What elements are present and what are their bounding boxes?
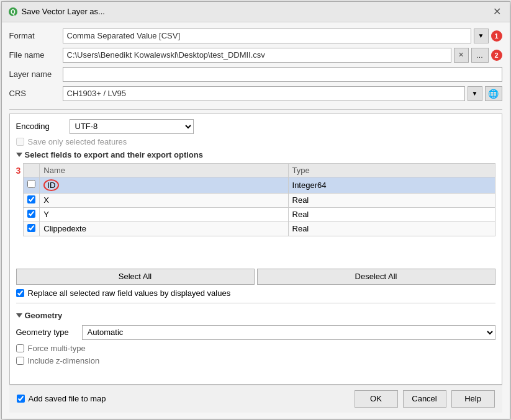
svg-text:Q: Q	[11, 9, 16, 16]
layername-input-wrap	[63, 67, 502, 82]
field-checkbox[interactable]	[27, 195, 35, 203]
filename-input[interactable]	[63, 48, 451, 63]
field-type-cell: Integer64	[288, 177, 495, 193]
crs-row: CRS ▼ 🌐	[9, 86, 502, 101]
ok-button[interactable]: OK	[355, 390, 398, 408]
include-dim-row: Include z-dimension	[16, 356, 495, 365]
fields-section-header: Select fields to export and their export…	[16, 150, 495, 159]
field-name-cell: Clippedexte	[40, 221, 288, 236]
field-name-cell: Y	[40, 207, 288, 221]
geometry-section: Geometry Geometry type Automatic Force m…	[16, 308, 495, 371]
geometry-type-label: Geometry type	[16, 328, 78, 337]
save-vector-dialog: Q Save Vector Layer as... ✕ Format ▼ 1 F…	[1, 1, 510, 419]
field-checkbox-cell	[24, 193, 40, 207]
filename-row: File name ✕ … 2	[9, 48, 502, 63]
force-multi-label: Force multi-type	[28, 344, 86, 353]
geometry-header-text: Geometry	[25, 311, 63, 320]
crs-dropdown-btn[interactable]: ▼	[468, 86, 482, 101]
table-row: IDInteger64	[24, 177, 495, 193]
geometry-type-select[interactable]: Automatic	[82, 325, 495, 340]
badge-2: 2	[491, 50, 502, 61]
geometry-type-row: Geometry type Automatic	[16, 325, 495, 340]
scrollable-section: Encoding UTF-8 Save only selected featur…	[9, 114, 502, 385]
include-dim-label: Include z-dimension	[28, 356, 100, 365]
crs-label: CRS	[9, 89, 59, 98]
fields-header-text: Select fields to export and their export…	[25, 150, 204, 159]
filename-browse-btn[interactable]: …	[471, 48, 489, 63]
save-only-row: Save only selected features	[16, 137, 495, 146]
fields-table-wrap: 3 Name Type IDInteger64XRealYRealClippe	[16, 163, 495, 240]
add-to-map-checkbox[interactable]	[17, 395, 25, 403]
col-checkbox	[24, 163, 40, 177]
field-checkbox[interactable]	[27, 210, 35, 218]
qgis-icon: Q	[8, 7, 18, 17]
field-checkbox-cell	[24, 207, 40, 221]
deselect-all-button[interactable]: Deselect All	[257, 269, 495, 285]
field-name-cell: X	[40, 193, 288, 207]
bottom-right: OK Cancel Help	[355, 390, 495, 408]
fields-table: Name Type IDInteger64XRealYRealClippedex…	[23, 163, 495, 236]
include-dim-checkbox[interactable]	[16, 357, 24, 365]
dialog-body: Format ▼ 1 File name ✕ … 2 Layer name	[2, 22, 510, 419]
encoding-select[interactable]: UTF-8	[70, 119, 194, 134]
force-multi-row: Force multi-type	[16, 344, 495, 353]
cancel-button[interactable]: Cancel	[403, 390, 446, 408]
col-type-header: Type	[288, 163, 495, 177]
layername-input[interactable]	[63, 67, 502, 82]
save-only-label: Save only selected features	[28, 137, 127, 146]
badge-1: 1	[491, 30, 502, 42]
dialog-title: Save Vector Layer as...	[22, 7, 105, 16]
field-checkbox[interactable]	[27, 224, 35, 232]
format-input-wrap: ▼ 1	[63, 29, 502, 43]
bottom-bar: Add saved file to map OK Cancel Help	[9, 385, 502, 413]
select-buttons-row: Select All Deselect All	[16, 269, 495, 285]
field-type-cell: Real	[288, 207, 495, 221]
layername-label: Layer name	[9, 69, 59, 79]
format-input[interactable]	[63, 29, 471, 43]
fields-collapse-icon[interactable]	[16, 153, 22, 157]
field-checkbox-cell	[24, 177, 40, 193]
help-button[interactable]: Help	[451, 390, 495, 408]
close-button[interactable]: ✕	[491, 6, 504, 18]
format-dropdown-btn[interactable]: ▼	[474, 29, 489, 43]
format-row: Format ▼ 1	[9, 29, 502, 43]
crs-globe-btn[interactable]: 🌐	[485, 86, 502, 101]
force-multi-checkbox[interactable]	[16, 344, 24, 352]
save-only-checkbox[interactable]	[16, 138, 24, 146]
table-row: ClippedexteReal	[24, 221, 495, 236]
format-label: Format	[9, 31, 59, 40]
replace-label: Replace all selected raw field values by…	[28, 288, 231, 298]
add-to-map-label: Add saved file to map	[29, 394, 106, 403]
table-row: YReal	[24, 207, 495, 221]
encoding-label: Encoding	[16, 122, 66, 131]
layername-row: Layer name	[9, 67, 502, 82]
table-row: XReal	[24, 193, 495, 207]
badge-3: 3	[16, 166, 21, 176]
select-all-button[interactable]: Select All	[16, 269, 255, 285]
title-bar: Q Save Vector Layer as... ✕	[2, 2, 510, 22]
replace-checkbox[interactable]	[16, 289, 24, 297]
filename-input-wrap: ✕ … 2	[63, 48, 502, 63]
filename-label: File name	[9, 50, 59, 60]
geometry-collapse-icon[interactable]	[16, 313, 22, 318]
crs-input[interactable]	[63, 86, 465, 101]
col-name-header: Name	[40, 163, 288, 177]
geometry-header: Geometry	[16, 311, 495, 320]
field-type-cell: Real	[288, 193, 495, 207]
crs-input-wrap: ▼ 🌐	[63, 86, 502, 101]
main-scroll-area[interactable]: Encoding UTF-8 Save only selected featur…	[9, 114, 502, 385]
field-checkbox[interactable]	[27, 180, 35, 188]
replace-row: Replace all selected raw field values by…	[16, 288, 495, 298]
field-type-cell: Real	[288, 221, 495, 236]
field-checkbox-cell	[24, 221, 40, 236]
encoding-row: Encoding UTF-8	[16, 119, 495, 134]
field-name-cell: ID	[40, 177, 288, 193]
bottom-left: Add saved file to map	[17, 394, 106, 403]
filename-clear-btn[interactable]: ✕	[454, 48, 469, 63]
